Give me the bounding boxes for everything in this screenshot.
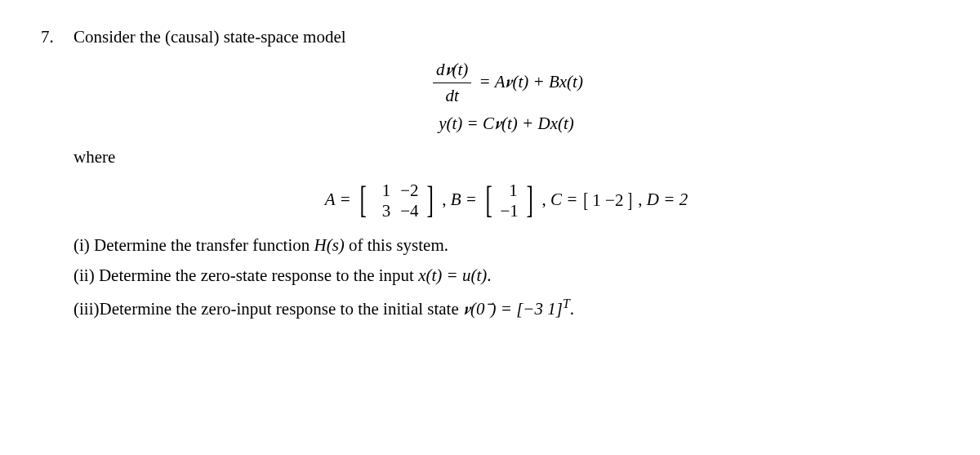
matrix-B: [ 1 −1 ] (483, 181, 536, 221)
part-i-H: H(s) (314, 235, 344, 255)
part-i-rest: of this system. (345, 235, 448, 255)
part-iii: (iii)Determine the zero-input response t… (74, 294, 939, 323)
part-i: (i) Determine the transfer function H(s)… (74, 233, 939, 259)
part-iii-eq: 𝒗(0⁻) = [−3 1]T (463, 299, 570, 319)
intro-text: Consider the (causal) state-space model (74, 25, 939, 51)
right-bracket-icon: ] (628, 192, 633, 209)
part-ii-text: Determine the zero-state response to the… (95, 265, 419, 285)
sep3: , (638, 190, 647, 209)
part-i-text: Determine the transfer function (90, 235, 314, 255)
left-bracket-icon: [ (359, 185, 366, 216)
right-bracket-icon: ] (426, 185, 433, 216)
sep1: , (442, 190, 451, 209)
matrix-A: [ 1 3 −2 −4 ] (357, 181, 436, 221)
part-iii-label: (iii) (74, 299, 100, 319)
problem-content: Consider the (causal) state-space model … (74, 25, 939, 322)
state-eq-rhs: = A𝒗(t) + Bx(t) (474, 71, 583, 91)
problem-7: 7. Consider the (causal) state-space mod… (41, 25, 939, 322)
A-label: A = (325, 190, 355, 209)
where-label: where (74, 145, 939, 171)
C-row: 1 −2 (589, 188, 626, 214)
part-iii-rest: . (570, 299, 574, 319)
sep2: , (541, 190, 550, 209)
A-11: 1 (374, 181, 390, 201)
part-i-label: (i) (74, 235, 90, 255)
problem-number: 7. (41, 25, 74, 51)
output-eq: y(t) = C𝒗(t) + Dx(t) (74, 111, 939, 137)
B-21: −1 (501, 201, 519, 221)
part-ii-eq: x(t) = u(t) (418, 265, 487, 285)
left-bracket-icon: [ (583, 192, 588, 209)
matrix-C: [ 1 −2 ] (582, 188, 634, 214)
left-bracket-icon: [ (486, 185, 492, 216)
frac-top: d𝒗(t) (433, 57, 471, 84)
right-bracket-icon: ] (526, 185, 532, 216)
A-12: −2 (400, 181, 418, 201)
matrix-definitions: A = [ 1 3 −2 −4 ] , B = [ 1 −1 (74, 181, 939, 221)
D-def: D = 2 (647, 190, 688, 209)
B-label: B = (451, 190, 482, 209)
part-ii-label: (ii) (74, 265, 95, 285)
B-11: 1 (501, 181, 518, 201)
A-21: 3 (374, 201, 390, 221)
frac-bot: dt (433, 83, 471, 109)
part-ii-rest: . (487, 265, 491, 285)
part-iii-text: Determine the zero-input response to the… (100, 299, 464, 319)
C-label: C = (550, 190, 582, 209)
part-ii: (ii) Determine the zero-state response t… (74, 263, 939, 289)
A-22: −4 (400, 201, 418, 221)
state-equations: d𝒗(t) dt = A𝒗(t) + Bx(t) y(t) = C𝒗(t) + … (74, 57, 939, 137)
transpose-sup: T (563, 297, 570, 310)
fraction: d𝒗(t) dt (433, 57, 471, 109)
state-eq-1: d𝒗(t) dt = A𝒗(t) + Bx(t) (74, 57, 939, 109)
